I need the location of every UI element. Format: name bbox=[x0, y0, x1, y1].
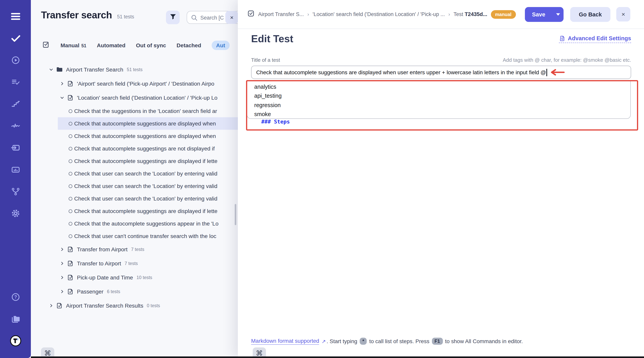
node-icon bbox=[56, 66, 63, 73]
tree-node-test[interactable]: Check that user can search the 'Location… bbox=[31, 167, 238, 180]
tree-node-test[interactable]: Check that user can search the 'Location… bbox=[31, 192, 238, 205]
advanced-edit-settings-link[interactable]: Advanced Edit Settings bbox=[559, 35, 631, 43]
dashboard-icon[interactable] bbox=[0, 159, 31, 181]
tree-row-count: 7 tests bbox=[124, 261, 138, 266]
node-icon bbox=[67, 288, 74, 295]
tree-row-label: Check that the suggestions in the 'Locat… bbox=[74, 108, 217, 114]
tag-suggestion-item[interactable]: smoke bbox=[254, 110, 630, 119]
activity-pulse-icon[interactable] bbox=[0, 115, 31, 137]
external-link-icon: ↗ bbox=[322, 338, 326, 344]
node-icon bbox=[67, 274, 74, 281]
tree-node-suite[interactable]: Passenger 6 tests bbox=[31, 284, 238, 299]
tree-node-test[interactable]: Check that the autocomplete suggestions … bbox=[31, 217, 238, 230]
help-icon[interactable]: ? bbox=[0, 286, 31, 308]
menu-icon[interactable] bbox=[0, 6, 31, 27]
node-icon bbox=[56, 302, 63, 309]
tree-node-test[interactable]: Check that the suggestions in the 'Locat… bbox=[31, 105, 238, 117]
tree-node-test[interactable]: Check that autocomplete suggestings are … bbox=[31, 205, 238, 217]
tree-node-test[interactable]: Check that autocomplete suggestions are … bbox=[31, 130, 238, 142]
projects-folder-icon[interactable] bbox=[0, 308, 31, 330]
tab-out-of-sync[interactable]: Out of sync bbox=[136, 42, 166, 49]
select-tests-icon[interactable] bbox=[42, 41, 50, 50]
tree-node-folder[interactable]: Airport Transfer Search 51 tests bbox=[31, 63, 238, 77]
node-icon bbox=[68, 158, 73, 165]
tree-row-label: Check that autocomplete suggestions are … bbox=[74, 120, 216, 127]
tree-node-suite[interactable]: 'Location' search field ('Destination Lo… bbox=[31, 91, 238, 105]
tag-suggestion-item[interactable]: analytics bbox=[254, 83, 630, 92]
node-icon bbox=[68, 108, 73, 115]
chevron-icon[interactable] bbox=[59, 95, 65, 100]
tree-node-test[interactable]: Check that user can search the 'Location… bbox=[31, 180, 238, 192]
tree-node-suite[interactable]: Transfer to Airport 7 tests bbox=[31, 256, 238, 270]
chevron-icon[interactable] bbox=[59, 289, 65, 294]
tree-row-label: Passenger bbox=[77, 288, 104, 295]
branch-icon[interactable] bbox=[0, 181, 31, 202]
settings-gear-icon[interactable] bbox=[0, 202, 31, 224]
tab-manual[interactable]: Manual51 bbox=[60, 42, 86, 49]
chevron-icon[interactable] bbox=[59, 261, 65, 266]
chevron-icon[interactable] bbox=[48, 67, 54, 72]
sign-in-icon[interactable] bbox=[0, 137, 31, 159]
tab-automated[interactable]: Automated bbox=[97, 42, 125, 49]
tag-suggestions-dropdown: analyticsapi_testingregressionsmoke bbox=[247, 81, 631, 119]
test-tree-panel: Transfer search 51 tests × Manual51 Auto… bbox=[31, 0, 238, 358]
chevron-icon[interactable] bbox=[59, 247, 65, 252]
chevron-icon[interactable] bbox=[48, 303, 54, 308]
markdown-supported-link[interactable]: Markdown format supported bbox=[251, 338, 319, 345]
asterisk-keycap: * bbox=[360, 338, 367, 345]
tab-automation-pill[interactable]: Aut bbox=[212, 41, 230, 50]
tree-row-label: Check that user can't continue transfer … bbox=[74, 233, 216, 239]
tag-suggestion-item[interactable]: api_testing bbox=[254, 92, 630, 101]
filter-button[interactable] bbox=[166, 11, 180, 24]
editor-header: Airport Transfer S... › 'Location' searc… bbox=[238, 0, 644, 29]
go-back-button[interactable]: Go Back bbox=[570, 7, 610, 22]
node-icon bbox=[68, 133, 73, 140]
tab-detached[interactable]: Detached bbox=[176, 42, 201, 49]
breadcrumb-check-icon bbox=[247, 10, 255, 19]
breadcrumb-project[interactable]: Airport Transfer S... bbox=[258, 11, 304, 17]
play-circle-icon[interactable] bbox=[0, 49, 31, 71]
breadcrumb-separator: › bbox=[448, 11, 450, 17]
node-icon bbox=[68, 220, 73, 227]
node-icon bbox=[68, 183, 73, 190]
test-title-input[interactable]: Check that autocomplete suggestions are … bbox=[251, 66, 631, 79]
chevron-icon[interactable] bbox=[59, 81, 65, 86]
tree-row-label: Check that autocomplete suggestions are … bbox=[74, 133, 216, 139]
tree-row-label: Check that autocomplete suggestings are … bbox=[74, 145, 214, 152]
node-icon bbox=[68, 145, 73, 152]
tree-row-label: 'Location' search field ('Destination Lo… bbox=[77, 95, 218, 101]
tree-row-count: 6 tests bbox=[107, 289, 120, 294]
bottom-edge-strip bbox=[31, 356, 644, 358]
tree-node-test[interactable]: Check that autocomplete suggestings are … bbox=[31, 142, 238, 155]
breadcrumb-test[interactable]: Test T2435d... bbox=[454, 11, 488, 17]
save-dropdown-caret[interactable] bbox=[552, 13, 564, 16]
tree-node-test[interactable]: Check that autocomplete suggestings are … bbox=[31, 155, 238, 167]
tree-node-suite[interactable]: Transfer from Airport 7 tests bbox=[31, 242, 238, 256]
tree-node-suite[interactable]: Airport Transfer Search Results 0 tests bbox=[31, 299, 238, 313]
edit-test-panel: Airport Transfer S... › 'Location' searc… bbox=[238, 0, 644, 358]
tree-node-suite[interactable]: Pick-up Date and Time 10 tests bbox=[31, 270, 238, 284]
tree-row-label: 'Airport' search field ('Pick-up Airport… bbox=[77, 81, 214, 87]
breadcrumb-suite[interactable]: 'Location' search field ('Destination Lo… bbox=[313, 11, 445, 17]
test-runs-icon[interactable] bbox=[0, 71, 31, 93]
tree-row-label: Transfer to Airport bbox=[77, 260, 121, 266]
tree-row-label: Transfer from Airport bbox=[77, 246, 128, 252]
sidebar: ? bbox=[0, 0, 31, 358]
steps-icon[interactable] bbox=[0, 93, 31, 115]
tag-suggestion-item[interactable]: regression bbox=[254, 101, 630, 110]
tree-scrollbar[interactable] bbox=[235, 204, 236, 225]
tree-row-label: Airport Transfer Search Results bbox=[66, 302, 143, 309]
tree-node-suite[interactable]: 'Airport' search field ('Pick-up Airport… bbox=[31, 77, 238, 91]
clear-search-button[interactable]: × bbox=[225, 11, 238, 24]
save-button[interactable]: Save bbox=[525, 7, 564, 22]
chevron-icon[interactable] bbox=[59, 275, 65, 280]
page-title: Transfer search bbox=[41, 9, 112, 21]
app-root: ? Transfer search 51 tests × bbox=[0, 0, 644, 358]
steps-markdown-heading[interactable]: ### Steps bbox=[261, 118, 290, 125]
tasks-check-icon[interactable] bbox=[0, 27, 31, 49]
avatar[interactable] bbox=[0, 330, 31, 352]
close-button[interactable]: × bbox=[616, 7, 630, 22]
tree-row-count: 10 tests bbox=[136, 275, 152, 280]
tree-node-test[interactable]: Check that autocomplete suggestions are … bbox=[31, 117, 238, 130]
tree-node-test[interactable]: Check that user can't continue transfer … bbox=[31, 230, 238, 242]
